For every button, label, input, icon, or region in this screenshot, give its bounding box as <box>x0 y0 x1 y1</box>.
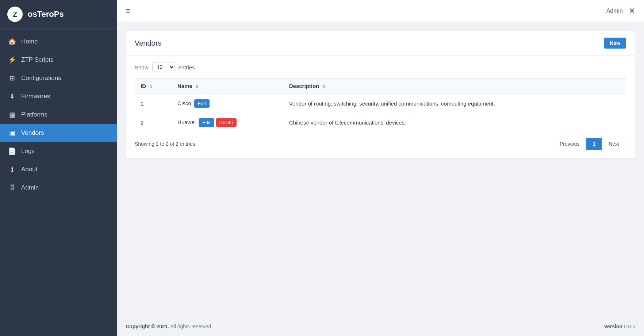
column-header-description[interactable]: Description ⇅ <box>283 79 626 94</box>
logo-icon: Z <box>7 7 23 22</box>
vendors-table: ID ⇅Name ⇅Description ⇅ 1CiscoEditVendor… <box>135 78 626 132</box>
previous-page-button[interactable]: Previous <box>553 138 586 150</box>
row-name: HuaweiEditDelete <box>172 113 283 132</box>
column-header-name[interactable]: Name ⇅ <box>172 79 283 94</box>
next-page-button[interactable]: Next <box>602 138 626 150</box>
current-page-number[interactable]: 1 <box>586 138 602 150</box>
sidebar-nav: 🏠Home⚡ZTP Scripts⊞Configurations⬇Firmwar… <box>0 29 117 336</box>
sidebar-item-label: Firmwares <box>21 93 50 100</box>
table-footer: Showing 1 to 2 of 2 entries Previous 1 N… <box>135 132 626 152</box>
topbar-right: Admin ✕ <box>606 6 635 16</box>
footer-version-value: 0.0.5 <box>624 324 635 329</box>
row-id: 1 <box>135 94 172 113</box>
admin-label: Admin <box>606 8 623 14</box>
row-description: Vendor of routing, switching, security, … <box>283 94 626 113</box>
table-header: ID ⇅Name ⇅Description ⇅ <box>135 79 626 94</box>
sidebar-item-home[interactable]: 🏠Home <box>0 33 117 51</box>
row-description: Chinese vendor of telecommunications' de… <box>283 113 626 132</box>
sidebar-item-ztp-scripts[interactable]: ⚡ZTP Scripts <box>0 51 117 69</box>
about-icon: ℹ <box>8 165 16 173</box>
sidebar-item-label: Vendors <box>21 129 44 137</box>
sidebar-item-label: Configurations <box>21 75 61 82</box>
sidebar-item-label: Admin <box>21 184 39 191</box>
platforms-icon: ▦ <box>8 111 16 119</box>
ztp-scripts-icon: ⚡ <box>8 56 16 64</box>
pagination: Previous 1 Next <box>553 138 626 150</box>
entries-label: entries <box>179 64 195 70</box>
home-icon: 🏠 <box>8 38 16 46</box>
sidebar-item-about[interactable]: ℹAbout <box>0 160 117 179</box>
show-entries-control: Show 102550100 entries <box>135 62 626 72</box>
sidebar-item-label: About <box>21 166 37 173</box>
column-header-id[interactable]: ID ⇅ <box>135 79 172 94</box>
admin-icon: 🗄 <box>8 184 16 191</box>
sidebar-item-label: ZTP Scripts <box>21 56 53 64</box>
firmwares-icon: ⬇ <box>8 92 16 100</box>
page-title: Vendors <box>135 39 161 47</box>
footer-version: Version 0.0.5 <box>604 324 635 329</box>
main-content: ≡ Admin ✕ Vendors New Show 102550100 ent… <box>117 0 644 336</box>
sidebar-item-logs[interactable]: 📄Logs <box>0 142 117 160</box>
vendors-icon: ▣ <box>8 129 16 137</box>
vendors-card: Vendors New Show 102550100 entries ID ⇅N… <box>126 31 635 159</box>
sidebar-item-vendors[interactable]: ▣Vendors <box>0 124 117 142</box>
sort-icon: ⇅ <box>322 84 325 89</box>
sidebar-item-label: Logs <box>21 148 35 155</box>
close-icon[interactable]: ✕ <box>629 6 635 16</box>
topbar: ≡ Admin ✕ <box>117 0 644 22</box>
row-id: 2 <box>135 113 172 132</box>
delete-huawei-button[interactable]: Delete <box>216 118 237 127</box>
entries-per-page-select[interactable]: 102550100 <box>152 62 175 72</box>
page-footer: Copyright © 2021. All rights reserved. V… <box>117 317 644 336</box>
card-body: Show 102550100 entries ID ⇅Name ⇅Descrip… <box>126 56 635 158</box>
sidebar-item-platforms[interactable]: ▦Platforms <box>0 106 117 124</box>
sidebar-item-admin[interactable]: 🗄Admin <box>0 179 117 196</box>
sort-icon: ⇅ <box>195 84 199 89</box>
sidebar-item-label: Home <box>21 38 38 45</box>
new-vendor-button[interactable]: New <box>604 38 626 49</box>
sidebar-item-firmwares[interactable]: ⬇Firmwares <box>0 87 117 106</box>
sidebar-item-label: Platforms <box>21 111 47 118</box>
show-label: Show <box>135 64 149 70</box>
sidebar-item-configurations[interactable]: ⊞Configurations <box>0 69 117 87</box>
showing-entries-text: Showing 1 to 2 of 2 entries <box>135 141 195 147</box>
table-row: 1CiscoEditVendor of routing, switching, … <box>135 94 626 113</box>
footer-copyright: Copyright © 2021. All rights reserved. <box>126 324 212 329</box>
row-name: CiscoEdit <box>172 94 283 113</box>
footer-rights: All rights reserved. <box>170 324 212 329</box>
edit-huawei-button[interactable]: Edit <box>199 118 214 127</box>
app-name: osTeroPs <box>28 9 64 19</box>
configurations-icon: ⊞ <box>8 74 16 82</box>
hamburger-menu-icon[interactable]: ≡ <box>126 6 130 16</box>
table-row: 2HuaweiEditDeleteChinese vendor of telec… <box>135 113 626 132</box>
sort-icon: ⇅ <box>149 84 152 89</box>
logs-icon: 📄 <box>8 147 16 155</box>
card-header: Vendors New <box>126 31 635 56</box>
table-body: 1CiscoEditVendor of routing, switching, … <box>135 94 626 132</box>
sidebar: Z osTeroPs 🏠Home⚡ZTP Scripts⊞Configurati… <box>0 0 117 336</box>
content-area: Vendors New Show 102550100 entries ID ⇅N… <box>117 22 644 317</box>
edit-cisco-button[interactable]: Edit <box>194 99 210 108</box>
sidebar-logo: Z osTeroPs <box>0 0 117 29</box>
